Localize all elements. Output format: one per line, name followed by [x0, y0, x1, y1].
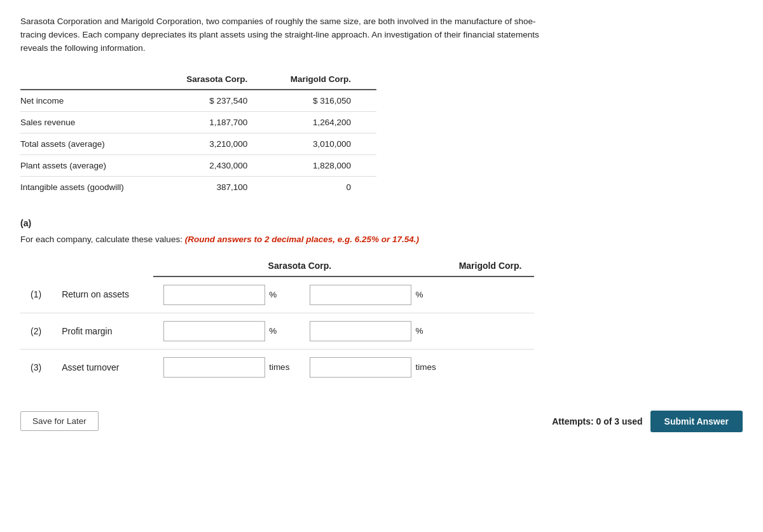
- info-table-row: Sales revenue 1,187,700 1,264,200: [20, 111, 376, 133]
- info-row-label: Sales revenue: [20, 111, 169, 133]
- sarasota-input-1[interactable]: [163, 285, 265, 305]
- info-table: Sarasota Corp. Marigold Corp. Net income…: [20, 71, 376, 198]
- marigold-input-3[interactable]: [310, 357, 411, 378]
- info-table-row: Net income $ 237,540 $ 316,050: [20, 90, 376, 112]
- info-row-label: Net income: [20, 90, 169, 112]
- answer-empty-col2: [52, 257, 153, 276]
- bottom-bar: Save for Later Attempts: 0 of 3 used Sub…: [20, 411, 743, 432]
- marigold-unit-2: %: [415, 326, 423, 336]
- instruction-highlight: (Round answers to 2 decimal places, e.g.…: [185, 235, 419, 244]
- attempts-label: Attempts: 0 of 3 used: [552, 416, 642, 426]
- info-table-row: Total assets (average) 3,210,000 3,010,0…: [20, 133, 376, 154]
- answer-marigold-input-cell: %: [299, 276, 446, 313]
- answer-marigold-input-cell: times: [299, 349, 446, 385]
- sarasota-unit-3: times: [269, 362, 289, 372]
- info-row-label: Plant assets (average): [20, 154, 169, 176]
- answer-sarasota-header: Sarasota Corp.: [153, 257, 446, 276]
- marigold-unit-3: times: [415, 362, 436, 372]
- answer-row-label: Profit margin: [52, 313, 153, 349]
- answer-row-num: (1): [20, 276, 52, 313]
- info-row-marigold: 1,828,000: [273, 154, 376, 176]
- answer-sarasota-input-cell: %: [153, 313, 299, 349]
- info-row-sarasota: 2,430,000: [169, 154, 273, 176]
- section-a-instruction: For each company, calculate these values…: [20, 235, 743, 244]
- answer-row-num: (3): [20, 349, 52, 385]
- sarasota-unit-2: %: [269, 326, 277, 336]
- info-col1-header: [20, 71, 169, 90]
- submit-answer-button[interactable]: Submit Answer: [650, 411, 743, 432]
- answer-marigold-header: Marigold Corp.: [446, 257, 535, 276]
- marigold-input-2[interactable]: [310, 321, 411, 341]
- answer-empty-col1: [20, 257, 52, 276]
- info-col3-header: Marigold Corp.: [273, 71, 376, 90]
- marigold-unit-1: %: [415, 290, 423, 299]
- info-row-sarasota: 387,100: [169, 176, 273, 198]
- info-row-label: Intangible assets (goodwill): [20, 176, 169, 198]
- answer-table-row: (2) Profit margin % %: [20, 313, 534, 349]
- answer-marigold-input-cell: %: [299, 313, 446, 349]
- section-a-label: (a): [20, 218, 743, 228]
- sarasota-unit-1: %: [269, 290, 277, 299]
- info-row-marigold: 0: [273, 176, 376, 198]
- attempts-area: Attempts: 0 of 3 used Submit Answer: [552, 411, 743, 432]
- answer-sarasota-input-cell: times: [153, 349, 299, 385]
- answer-table-row: (1) Return on assets % %: [20, 276, 534, 313]
- answer-row-label: Asset turnover: [52, 349, 153, 385]
- info-row-sarasota: 3,210,000: [169, 133, 273, 154]
- info-table-row: Plant assets (average) 2,430,000 1,828,0…: [20, 154, 376, 176]
- info-col2-header: Sarasota Corp.: [169, 71, 273, 90]
- info-row-marigold: 1,264,200: [273, 111, 376, 133]
- save-later-button[interactable]: Save for Later: [20, 411, 99, 431]
- answer-row-num: (2): [20, 313, 52, 349]
- info-row-marigold: 3,010,000: [273, 133, 376, 154]
- sarasota-input-2[interactable]: [163, 321, 265, 341]
- answer-sarasota-input-cell: %: [153, 276, 299, 313]
- info-row-marigold: $ 316,050: [273, 90, 376, 112]
- marigold-input-1[interactable]: [310, 285, 411, 305]
- answer-section: Sarasota Corp. Marigold Corp. (1) Return…: [20, 257, 743, 385]
- info-row-label: Total assets (average): [20, 133, 169, 154]
- answer-table: Sarasota Corp. Marigold Corp. (1) Return…: [20, 257, 534, 385]
- info-row-sarasota: $ 237,540: [169, 90, 273, 112]
- info-table-row: Intangible assets (goodwill) 387,100 0: [20, 176, 376, 198]
- info-row-sarasota: 1,187,700: [169, 111, 273, 133]
- intro-paragraph: Sarasota Corporation and Marigold Corpor…: [20, 15, 542, 55]
- sarasota-input-3[interactable]: [163, 357, 265, 378]
- answer-row-label: Return on assets: [52, 276, 153, 313]
- instruction-prefix: For each company, calculate these values…: [20, 235, 182, 244]
- answer-table-row: (3) Asset turnover times times: [20, 349, 534, 385]
